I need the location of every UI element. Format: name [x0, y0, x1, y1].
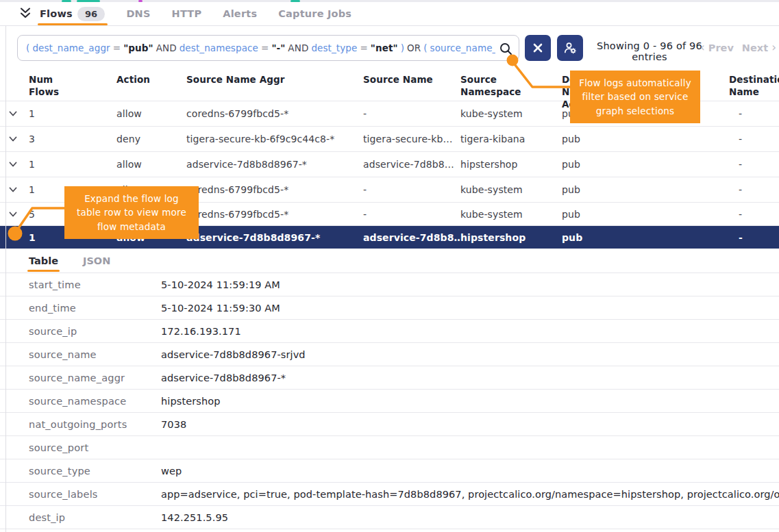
query-token: (	[423, 42, 427, 53]
detail-field-key: nat_outgoing_ports	[29, 419, 161, 430]
cell-action: allow	[116, 159, 186, 170]
cell-source-name-aggr: coredns-6799fbcd5-*	[186, 108, 363, 119]
pagination-summary: Showing 0 - 96 of 96 entries	[588, 40, 711, 62]
cell-source-namespace: hipstershop	[460, 232, 562, 243]
cell-source-name-aggr: tigera-secure-kb-6f9c9c44c8-*	[186, 134, 363, 144]
detail-tab-json[interactable]: JSON	[83, 249, 110, 273]
detail-field-key: source_namespace	[29, 396, 161, 407]
cell-source-name: -	[363, 184, 460, 195]
col-source-name-aggr: Source Name Aggr	[186, 73, 363, 86]
detail-field-value: 5-10-2024 11:59:19 AM	[161, 279, 779, 290]
tab-flows[interactable]: Flows 96	[40, 2, 105, 26]
flows-count-badge: 96	[77, 7, 106, 21]
expand-row-tooltip: Expand the flow log table row to view mo…	[64, 186, 199, 239]
cell-source-namespace: hipstershop	[460, 159, 562, 170]
row-expand-chevron-icon[interactable]	[8, 160, 18, 169]
query-token: source_name_aggr	[430, 42, 495, 53]
panel-left-border	[5, 26, 6, 532]
detail-field-row: source_name_aggradservice-7d8b8d8967-*	[0, 366, 779, 390]
col-source-name: Source Name	[363, 73, 460, 86]
query-token: "net"	[371, 42, 398, 53]
row-expand-chevron-icon[interactable]	[8, 210, 18, 219]
cell-source-name: adservice-7d8b8…	[363, 232, 460, 243]
detail-field-row: end_time5-10-2024 11:59:30 AM	[0, 296, 779, 320]
detail-field-row: dest_ip142.251.5.95	[0, 506, 779, 529]
column-settings-button[interactable]	[557, 35, 583, 61]
row-expand-chevron-icon[interactable]	[8, 185, 18, 194]
cell-source-namespace: tigera-kibana	[460, 134, 562, 144]
detail-field-row: source_port	[0, 436, 779, 459]
tab-http[interactable]: HTTP	[172, 2, 202, 26]
query-token: dest_name_aggr	[32, 42, 110, 53]
detail-field-value: wep	[161, 466, 779, 477]
prev-page-button[interactable]: ‹ Prev	[700, 40, 734, 54]
clear-filter-button[interactable]	[525, 35, 551, 61]
filter-row: (dest_name_aggr="pub"ANDdest_namespace="…	[0, 26, 779, 66]
filter-query-text: (dest_name_aggr="pub"ANDdest_namespace="…	[26, 42, 495, 53]
cell-action: allow	[116, 108, 186, 119]
detail-tabs: Table JSON	[0, 249, 779, 273]
table-row[interactable]: 1allowadservice-7d8b8d8967-*adservice-7d…	[0, 152, 779, 177]
query-token: OR	[407, 42, 421, 53]
cell-source-namespace: kube-system	[460, 108, 562, 119]
detail-field-value: adservice-7d8b8d8967-*	[161, 372, 779, 383]
cell-destination-name: -	[729, 108, 779, 119]
detail-field-row: source_ip172.16.193.171	[0, 320, 779, 343]
detail-field-row: start_time5-10-2024 11:59:19 AM	[0, 273, 779, 296]
cell-destination-name: -	[729, 184, 779, 195]
detail-field-value: hipstershop	[161, 396, 779, 407]
detail-field-key: source_name	[29, 349, 161, 360]
detail-field-key: end_time	[29, 303, 161, 314]
query-token: dest_type	[311, 42, 357, 53]
query-token: "-"	[271, 42, 285, 53]
cell-num-flows: 1	[29, 159, 116, 170]
cell-source-namespace: kube-system	[460, 184, 562, 195]
detail-field-value: 142.251.5.95	[161, 512, 779, 523]
col-action: Action	[116, 73, 186, 86]
detail-field-row: source_namespacehipstershop	[0, 390, 779, 413]
tab-capture-jobs[interactable]: Capture Jobs	[278, 2, 351, 26]
detail-field-key: source_name_aggr	[29, 372, 161, 383]
cell-dest-name-aggr: pub	[562, 232, 729, 243]
close-icon	[532, 42, 543, 53]
detail-field-key: start_time	[29, 279, 161, 290]
collapse-panel-button[interactable]	[16, 5, 34, 23]
query-token: AND	[156, 42, 177, 53]
cell-source-name: adservice-7d8b8…	[363, 159, 460, 170]
cell-source-name-aggr: coredns-6799fbcd5-*	[186, 209, 363, 220]
detail-field-row: source_labelsapp=adservice, pci=true, po…	[0, 483, 779, 506]
row-expand-chevron-icon[interactable]	[8, 134, 18, 144]
row-expand-chevron-icon[interactable]	[8, 109, 18, 118]
detail-field-key: source_port	[29, 442, 161, 453]
detail-field-row: nat_outgoing_ports7038	[0, 413, 779, 436]
flow-detail-fields: start_time5-10-2024 11:59:19 AMend_time5…	[0, 273, 779, 529]
query-token: (	[26, 42, 29, 53]
search-icon	[499, 42, 513, 59]
query-token: =	[113, 42, 121, 53]
detail-field-key: source_ip	[29, 326, 161, 337]
filter-tooltip: Flow logs automatically filter based on …	[570, 71, 700, 123]
cell-source-namespace: kube-system	[460, 209, 562, 220]
col-source-namespace: Source Namespace	[460, 73, 514, 98]
cell-source-name: -	[363, 108, 460, 119]
flow-logs-panel: Flows 96 DNS HTTP Alerts Capture Jobs (d…	[0, 0, 779, 532]
tab-flows-label: Flows	[40, 8, 73, 19]
tab-alerts[interactable]: Alerts	[223, 2, 257, 26]
cell-destination-name: -	[729, 232, 779, 243]
cell-source-name-aggr: coredns-6799fbcd5-*	[186, 184, 363, 195]
detail-field-key: source_labels	[29, 489, 161, 500]
detail-field-value: 7038	[161, 419, 779, 430]
cell-num-flows: 3	[29, 134, 116, 144]
user-gear-icon	[562, 40, 578, 55]
filter-query-input[interactable]: (dest_name_aggr="pub"ANDdest_namespace="…	[17, 35, 519, 61]
detail-field-key: source_type	[29, 466, 161, 477]
detail-field-value: adservice-7d8b8d8967-srjvd	[161, 349, 779, 360]
table-row[interactable]: 3denytigera-secure-kb-6f9c9c44c8-*tigera…	[0, 127, 779, 152]
detail-field-row: source_typewep	[0, 459, 779, 483]
detail-tab-table[interactable]: Table	[29, 249, 58, 273]
next-page-button[interactable]: Next ›	[742, 40, 776, 54]
tab-dns[interactable]: DNS	[126, 2, 150, 26]
cell-destination-name: -	[729, 159, 779, 170]
cell-source-name: -	[363, 209, 460, 220]
cell-source-name-aggr: adservice-7d8b8d8967-*	[186, 232, 363, 243]
